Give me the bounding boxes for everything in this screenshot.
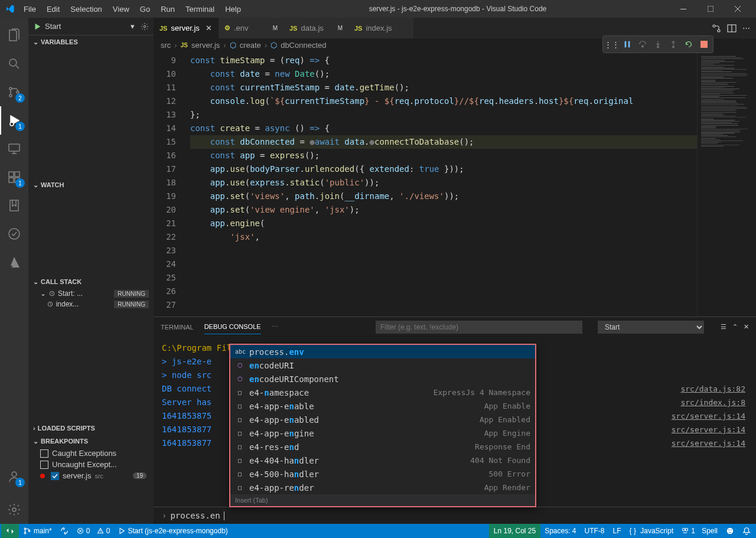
play-icon[interactable]: [33, 22, 41, 31]
menu-selection[interactable]: Selection: [66, 2, 106, 16]
restart-icon[interactable]: [683, 39, 694, 50]
explorer-icon[interactable]: [0, 21, 28, 50]
close-icon[interactable]: ✕: [206, 24, 212, 32]
stop-icon[interactable]: [699, 39, 709, 50]
callstack-item[interactable]: index...RUNNING: [28, 299, 154, 309]
filter-input[interactable]: [376, 321, 582, 334]
autocomplete-item[interactable]: □e4-app-enabledApp Enabled: [230, 413, 535, 426]
code-content[interactable]: const timeStamp = (req) => { const date …: [187, 51, 697, 317]
account-icon[interactable]: 1: [0, 462, 28, 491]
compare-icon[interactable]: [712, 24, 721, 33]
settings-icon[interactable]: [0, 495, 28, 524]
maximize-button[interactable]: [697, 0, 724, 18]
autocomplete-item[interactable]: □e4-app-engineApp Engine: [230, 426, 535, 440]
breakpoint-item[interactable]: Caught Exceptions: [28, 448, 154, 459]
menu-edit[interactable]: Edit: [42, 2, 64, 16]
azure-icon[interactable]: [0, 248, 28, 276]
autocomplete-popup[interactable]: abcprocess.env⬡encodeURI⬡encodeURICompon…: [229, 344, 536, 507]
task-icon[interactable]: [0, 220, 28, 248]
source-link[interactable]: src/server.js:14: [672, 436, 748, 450]
autocomplete-item[interactable]: □e4-500-handler500 Error: [230, 467, 535, 481]
menu-run[interactable]: Run: [156, 2, 180, 16]
autocomplete-item[interactable]: □e4-app-renderApp Render: [230, 481, 535, 494]
kind-icon: □: [235, 457, 245, 464]
status-bar: main* 0 0 Start (js-e2e-express-mongodb)…: [0, 524, 756, 538]
search-icon[interactable]: [0, 50, 28, 78]
checkbox[interactable]: [40, 461, 48, 469]
step-out-icon[interactable]: [668, 39, 679, 50]
checkbox[interactable]: [40, 449, 48, 458]
minimize-button[interactable]: [670, 0, 697, 18]
variables-header[interactable]: ⌄VARIABLES: [28, 35, 154, 48]
breakpoint-item[interactable]: server.jssrc19: [28, 470, 154, 481]
spell-status[interactable]: 1 Spell: [677, 524, 722, 538]
autocomplete-item[interactable]: □e4-res-endResponse End: [230, 440, 535, 454]
cursor-position[interactable]: Ln 19, Col 25: [489, 524, 540, 538]
sync-button[interactable]: [56, 524, 73, 538]
drag-handle-icon[interactable]: ⋮⋮: [607, 39, 617, 50]
debug-launch[interactable]: Start (js-e2e-express-mongodb): [114, 524, 232, 538]
notifications-icon[interactable]: [738, 524, 755, 538]
step-into-icon[interactable]: [653, 39, 663, 50]
callstack-item[interactable]: ⌄ Start: ...RUNNING: [28, 288, 154, 299]
minimap[interactable]: [697, 51, 756, 317]
menu-view[interactable]: View: [108, 2, 134, 16]
menu-file[interactable]: File: [19, 2, 41, 16]
close-button[interactable]: [724, 0, 751, 18]
breakpoint-item[interactable]: Uncaught Except...: [28, 459, 154, 470]
breakpoints-header[interactable]: ⌄BREAKPOINTS: [28, 435, 154, 448]
remote-icon[interactable]: [0, 135, 28, 163]
console-input[interactable]: › process.en: [154, 507, 756, 524]
menu-help[interactable]: Help: [220, 2, 246, 16]
debug-console-tab[interactable]: DEBUG CONSOLE: [204, 319, 261, 334]
tab-index-js[interactable]: JSindex.js: [348, 18, 413, 38]
menu-go[interactable]: Go: [135, 2, 155, 16]
tab-data-js[interactable]: JSdata.jsM: [284, 18, 348, 38]
tab-actions: ⋯: [706, 18, 756, 38]
source-link[interactable]: src/data.js:82: [680, 382, 748, 396]
source-link[interactable]: src/server.js:14: [672, 423, 748, 436]
gear-icon[interactable]: [141, 22, 149, 31]
split-icon[interactable]: [727, 24, 737, 33]
close-panel-icon[interactable]: ✕: [744, 323, 749, 331]
remote-indicator[interactable]: [1, 524, 19, 538]
problems-button[interactable]: 0 0: [73, 524, 115, 538]
indent-status[interactable]: Spaces: 4: [540, 524, 580, 538]
bookmark-icon[interactable]: [0, 191, 28, 220]
more-icon[interactable]: ⋯: [742, 24, 750, 32]
autocomplete-item[interactable]: abcprocess.env: [230, 345, 535, 358]
language-status[interactable]: { } JavaScript: [625, 524, 678, 538]
checkbox[interactable]: [51, 472, 59, 480]
menu-terminal[interactable]: Terminal: [181, 2, 219, 16]
autocomplete-item[interactable]: □e4-404-handler404 Not Found: [230, 454, 535, 467]
encoding-status[interactable]: UTF-8: [581, 524, 609, 538]
more-icon[interactable]: ⋯: [272, 319, 278, 334]
extensions-icon[interactable]: 1: [0, 163, 28, 191]
chevron-down-icon[interactable]: ▾: [131, 22, 135, 31]
terminal-tab[interactable]: TERMINAL: [161, 320, 194, 334]
autocomplete-item[interactable]: □e4-app-enableApp Enable: [230, 399, 535, 413]
watch-header[interactable]: ⌄WATCH: [28, 178, 154, 191]
loaded-scripts-header[interactable]: ›LOADED SCRIPTS: [28, 422, 154, 435]
tab-server-js[interactable]: JSserver.js✕: [154, 18, 219, 38]
autocomplete-item[interactable]: ⬡encodeURIComponent: [230, 372, 535, 386]
pause-icon[interactable]: [622, 39, 633, 50]
file-icon: JS: [289, 25, 297, 32]
callstack-header[interactable]: ⌄CALL STACK: [28, 275, 154, 288]
autocomplete-item[interactable]: □e4-namespaceExpressJs 4 Namespace: [230, 386, 535, 399]
source-link[interactable]: src/server.js:14: [672, 409, 748, 423]
chevron-up-icon[interactable]: ⌃: [732, 323, 738, 331]
autocomplete-item[interactable]: ⬡encodeURI: [230, 358, 535, 372]
launch-config-select[interactable]: Start: [45, 22, 127, 31]
eol-status[interactable]: LF: [609, 524, 625, 538]
step-over-icon[interactable]: [637, 39, 648, 50]
source-control-icon[interactable]: 2: [0, 78, 28, 106]
source-link[interactable]: src/index.js:8: [680, 396, 748, 409]
tab--env[interactable]: ⚙.envM: [219, 18, 284, 38]
feedback-icon[interactable]: [722, 524, 738, 538]
run-debug-icon[interactable]: 1: [0, 106, 28, 135]
tree-icon[interactable]: ☰: [721, 323, 726, 331]
editor-body[interactable]: 9101112131415161718192021222324252627 co…: [154, 51, 756, 317]
git-branch[interactable]: main*: [19, 524, 56, 538]
session-select[interactable]: Start: [598, 321, 704, 334]
